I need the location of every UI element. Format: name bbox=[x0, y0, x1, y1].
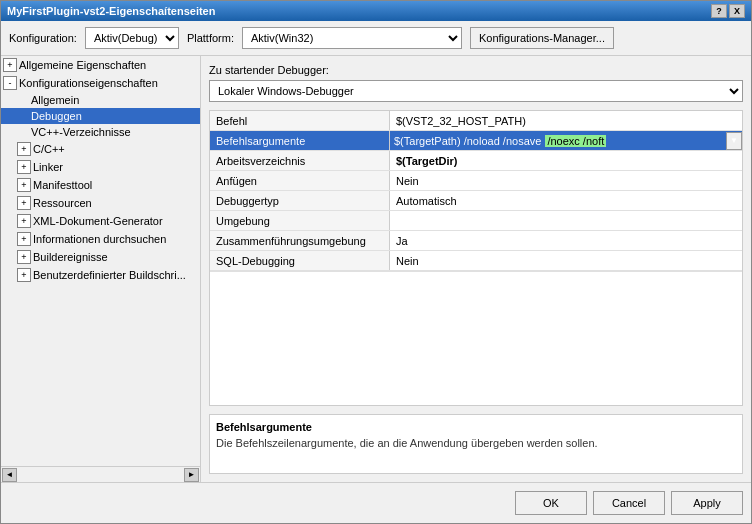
expand-icon-cplusplus[interactable]: + bbox=[17, 142, 31, 156]
prop-name-befehl: Befehl bbox=[210, 111, 390, 130]
sidebar-item-allgemein[interactable]: Allgemein bbox=[1, 92, 200, 108]
sidebar-item-xml-generator[interactable]: + XML-Dokument-Generator bbox=[1, 212, 200, 230]
sidebar-item-vc-verzeichnisse[interactable]: VC++-Verzeichnisse bbox=[1, 124, 200, 140]
main-window: MyFirstPlugin-vst2-Eigenschaítenseiten ?… bbox=[0, 0, 752, 524]
description-box: Befehlsargumente Die Befehlszeilenargume… bbox=[209, 414, 743, 474]
sidebar-item-benutzer-build[interactable]: + Benutzerdefinierter Buildschri... bbox=[1, 266, 200, 284]
sidebar: + Allgemeine Eigenschaften - Konfigurati… bbox=[1, 56, 201, 482]
sidebar-item-manifesttool[interactable]: + Manifesttool bbox=[1, 176, 200, 194]
title-bar-buttons: ? X bbox=[711, 4, 745, 18]
prop-name-sql: SQL-Debugging bbox=[210, 251, 390, 270]
prop-row-zusammen[interactable]: Zusammenführungsumgebung Ja bbox=[210, 231, 742, 251]
prop-value-befehlsargumente: $(TargetPath) /noload /nosave /noexc /no… bbox=[390, 131, 742, 150]
expand-icon-xml[interactable]: + bbox=[17, 214, 31, 228]
platform-label: Plattform: bbox=[187, 32, 234, 44]
toolbar: Konfiguration: Aktiv(Debug) Plattform: A… bbox=[1, 21, 751, 56]
sidebar-item-linker[interactable]: + Linker bbox=[1, 158, 200, 176]
prop-row-befehl[interactable]: Befehl $(VST2_32_HOST_PATH) bbox=[210, 111, 742, 131]
sidebar-item-cplusplus[interactable]: + C/C++ bbox=[1, 140, 200, 158]
prop-row-arbeitsverzeichnis[interactable]: Arbeitsverzeichnis $(TargetDir) bbox=[210, 151, 742, 171]
window-title: MyFirstPlugin-vst2-Eigenschaítenseiten bbox=[7, 5, 215, 17]
prop-name-umgebung: Umgebung bbox=[210, 211, 390, 230]
prop-name-anfuegen: Anfügen bbox=[210, 171, 390, 190]
properties-table: Befehl $(VST2_32_HOST_PATH) Befehlsargum… bbox=[209, 110, 743, 406]
expand-icon-linker[interactable]: + bbox=[17, 160, 31, 174]
debugger-select-row: Lokaler Windows-Debugger bbox=[209, 80, 743, 102]
sidebar-item-ressourcen[interactable]: + Ressourcen bbox=[1, 194, 200, 212]
cancel-button[interactable]: Cancel bbox=[593, 491, 665, 515]
prop-name-debuggertyp: Debuggertyp bbox=[210, 191, 390, 210]
expand-icon-build[interactable]: + bbox=[17, 250, 31, 264]
debugger-label: Zu startender Debugger: bbox=[209, 64, 743, 76]
close-button[interactable]: X bbox=[729, 4, 745, 18]
props-spacer bbox=[210, 271, 742, 405]
title-bar: MyFirstPlugin-vst2-Eigenschaítenseiten ?… bbox=[1, 1, 751, 21]
apply-button[interactable]: Apply bbox=[671, 491, 743, 515]
prop-value-arbeitsverzeichnis: $(TargetDir) bbox=[390, 151, 742, 170]
sidebar-item-debuggen[interactable]: Debuggen bbox=[1, 108, 200, 124]
debugger-select[interactable]: Lokaler Windows-Debugger bbox=[209, 80, 743, 102]
description-title: Befehlsargumente bbox=[216, 421, 736, 433]
scroll-left-btn[interactable]: ◄ bbox=[2, 468, 17, 482]
prop-value-anfuegen: Nein bbox=[390, 171, 742, 190]
prop-row-anfuegen[interactable]: Anfügen Nein bbox=[210, 171, 742, 191]
sidebar-item-konfiguration[interactable]: - Konfigurationseigenschaften bbox=[1, 74, 200, 92]
sidebar-tree: + Allgemeine Eigenschaften - Konfigurati… bbox=[1, 56, 200, 466]
platform-select[interactable]: Aktiv(Win32) bbox=[242, 27, 462, 49]
config-label: Konfiguration: bbox=[9, 32, 77, 44]
expand-icon-manifesttool[interactable]: + bbox=[17, 178, 31, 192]
prop-value-umgebung bbox=[390, 211, 742, 230]
config-select[interactable]: Aktiv(Debug) bbox=[85, 27, 179, 49]
expand-icon-allgemeine[interactable]: + bbox=[3, 58, 17, 72]
sidebar-item-buildereignisse[interactable]: + Buildereignisse bbox=[1, 248, 200, 266]
value-dropdown-btn[interactable]: ▼ bbox=[726, 132, 742, 150]
prop-name-befehlsargumente: Befehlsargumente bbox=[210, 131, 390, 150]
prop-row-debuggertyp[interactable]: Debuggertyp Automatisch bbox=[210, 191, 742, 211]
sidebar-scrollbar: ◄ ► bbox=[1, 466, 200, 482]
manager-button[interactable]: Konfigurations-Manager... bbox=[470, 27, 614, 49]
prop-row-sql[interactable]: SQL-Debugging Nein bbox=[210, 251, 742, 271]
ok-button[interactable]: OK bbox=[515, 491, 587, 515]
expand-icon-konfiguration[interactable]: - bbox=[3, 76, 17, 90]
description-text: Die Befehlszeilenargumente, die an die A… bbox=[216, 437, 736, 449]
prop-value-befehl: $(VST2_32_HOST_PATH) bbox=[390, 111, 742, 130]
sidebar-item-informationen[interactable]: + Informationen durchsuchen bbox=[1, 230, 200, 248]
expand-icon-informationen[interactable]: + bbox=[17, 232, 31, 246]
sidebar-item-allgemeine[interactable]: + Allgemeine Eigenschaften bbox=[1, 56, 200, 74]
prop-row-umgebung[interactable]: Umgebung bbox=[210, 211, 742, 231]
prop-value-sql: Nein bbox=[390, 251, 742, 270]
scroll-right-btn[interactable]: ► bbox=[184, 468, 199, 482]
right-panel: Zu startender Debugger: Lokaler Windows-… bbox=[201, 56, 751, 482]
expand-icon-ressourcen[interactable]: + bbox=[17, 196, 31, 210]
highlight-noexc: /noexc /noft bbox=[545, 135, 606, 147]
footer: OK Cancel Apply bbox=[1, 482, 751, 523]
prop-name-zusammen: Zusammenführungsumgebung bbox=[210, 231, 390, 250]
prop-name-arbeitsverzeichnis: Arbeitsverzeichnis bbox=[210, 151, 390, 170]
prop-value-zusammen: Ja bbox=[390, 231, 742, 250]
help-button[interactable]: ? bbox=[711, 4, 727, 18]
main-content: + Allgemeine Eigenschaften - Konfigurati… bbox=[1, 56, 751, 482]
prop-row-befehlsargumente[interactable]: Befehlsargumente $(TargetPath) /noload /… bbox=[210, 131, 742, 151]
prop-value-debuggertyp: Automatisch bbox=[390, 191, 742, 210]
expand-icon-benutzer[interactable]: + bbox=[17, 268, 31, 282]
